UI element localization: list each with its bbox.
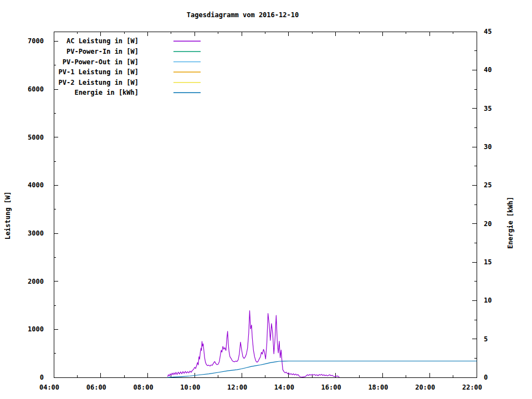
y-right-tick-label: 10: [484, 296, 492, 304]
y-axis-label-left: Leistung [W]: [4, 192, 12, 240]
y-left-tick-label: 4000: [28, 181, 44, 189]
chart-title: Tagesdiagramm vom 2016-12-10: [187, 11, 299, 19]
y-right-tick-label: 0: [484, 374, 488, 381]
x-tick-label: 04:00: [39, 383, 59, 391]
y-left-tick-label: 0: [40, 374, 44, 381]
x-tick-label: 16:00: [321, 383, 341, 391]
y-right-tick-label: 15: [484, 258, 492, 266]
y-left-tick-label: 6000: [28, 85, 44, 93]
x-tick-label: 10:00: [180, 383, 200, 391]
ac-leistung-line: [168, 311, 339, 377]
y-right-tick-label: 45: [484, 28, 492, 35]
x-tick-label: 08:00: [133, 383, 153, 391]
y-right-tick-label: 30: [484, 143, 492, 151]
x-tick-label: 18:00: [368, 383, 388, 391]
y-left-tick-label: 5000: [28, 134, 44, 141]
x-tick-label: 20:00: [415, 383, 435, 391]
y-right-tick-label: 40: [484, 66, 492, 74]
x-tick-label: 06:00: [86, 383, 106, 391]
x-tick-label: 14:00: [274, 383, 294, 391]
legend-label: PV-Power-In in [W]: [66, 48, 139, 55]
legend-label: Energie in [kWh]: [74, 89, 139, 96]
y-left-tick-label: 7000: [28, 37, 44, 45]
gnuplot-chart-image: 04:0006:0008:0010:0012:0014:0016:0018:00…: [0, 0, 532, 399]
legend-label: AC Leistung in [W]: [66, 37, 139, 45]
y-axis-label-right: Energie [kWh]: [507, 197, 514, 249]
x-tick-label: 12:00: [227, 383, 247, 391]
y-right-tick-label: 35: [484, 105, 492, 112]
chart: 04:0006:0008:0010:0012:0014:0016:0018:00…: [0, 0, 532, 399]
y-left-tick-label: 1000: [28, 325, 44, 333]
y-right-tick-label: 25: [484, 181, 492, 189]
y-left-tick-label: 2000: [28, 278, 44, 285]
x-tick-label: 22:00: [462, 383, 482, 391]
y-right-tick-label: 20: [484, 220, 492, 228]
legend-label: PV-Power-Out in [W]: [63, 58, 139, 66]
legend-label: PV-1 Leistung in [W]: [59, 68, 139, 76]
y-right-tick-label: 5: [484, 335, 488, 343]
y-left-tick-label: 3000: [28, 229, 44, 237]
legend-label: PV-2 Leistung in [W]: [59, 79, 139, 86]
